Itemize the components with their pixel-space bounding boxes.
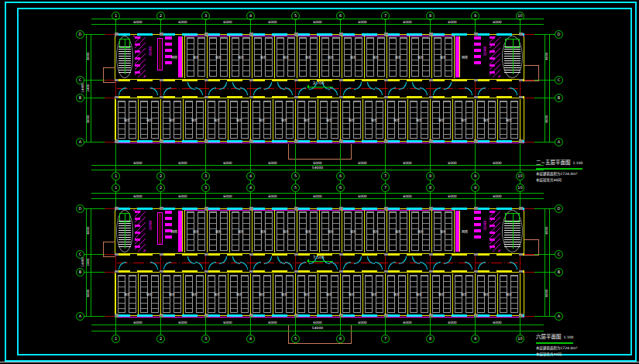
dorm-room: 宿舍 — [207, 210, 229, 252]
dorm-room: 宿舍 — [115, 273, 138, 314]
room-label: 宿舍 — [184, 118, 205, 122]
toilet-stalls — [490, 211, 500, 252]
room-label: 宿舍 — [408, 118, 430, 122]
dorm-room: 宿舍 — [228, 273, 250, 314]
washroom-label: 盥洗间 — [147, 221, 152, 230]
dorm-room: 宿舍 — [160, 99, 183, 140]
dim-line — [91, 19, 544, 19]
entrance-porch-center — [288, 144, 352, 160]
dim-text: 6000 — [340, 20, 385, 24]
room-label: 宿舍 — [431, 118, 452, 122]
dorm-room: 宿舍 — [297, 36, 319, 78]
dorm-room: 宿舍 — [273, 273, 295, 314]
room-label: 宿舍 — [365, 55, 386, 60]
room-label: 宿舍 — [273, 292, 295, 297]
room-label: 宿舍 — [453, 292, 475, 297]
dim-text: 6000 — [295, 194, 340, 198]
dim-text: 6000 — [115, 20, 160, 24]
dorm-room: 宿舍 — [295, 99, 318, 140]
room-label: 宿舍 — [342, 229, 364, 234]
grid-bubble: D — [555, 30, 563, 39]
dorm-rooms-north: 宿舍 宿舍 宿舍 宿舍 宿舍 宿舍 宿舍 宿舍 — [184, 210, 455, 252]
cad-canvas[interactable]: { "colors":{"border":"#00e5ff","grid_gre… — [0, 0, 639, 364]
plan-title: 六层平面图 — [536, 334, 562, 340]
room-label: 宿舍 — [342, 55, 364, 60]
dorm-room: 宿舍 — [386, 210, 409, 252]
room-label: 宿舍 — [432, 229, 454, 234]
plan-scale: 1:100 — [564, 335, 574, 339]
dorm-room: 宿舍 — [250, 99, 273, 140]
duct-shaft — [178, 36, 183, 77]
grid-bubble: 5 — [291, 184, 300, 192]
floor-plan-upper: 12345678910 6000600060006000600060006000… — [0, 0, 639, 186]
dorm-room: 宿舍 — [207, 36, 229, 78]
room-label: 宿舍 — [363, 118, 385, 122]
washroom-right: 厕所 盥洗间 — [454, 210, 502, 252]
dim-line — [91, 331, 544, 331]
dim-text: 6000 — [160, 194, 205, 198]
toilet-fixtures — [474, 211, 481, 242]
room-label: 宿舍 — [410, 55, 431, 60]
room-label: 宿舍 — [275, 55, 297, 60]
title-block-lower: 六层平面图1:100 本层建筑面积为1724.0m² 本层宿舍共44间 — [536, 327, 633, 356]
room-label: 宿舍 — [453, 118, 475, 122]
room-label: 宿舍 — [297, 55, 319, 60]
room-label: 宿舍 — [320, 55, 342, 60]
room-label: 宿舍 — [318, 118, 340, 122]
room-label: 宿舍 — [230, 55, 252, 60]
room-label: 宿舍 — [116, 292, 138, 297]
overall-dimension: 54000 — [91, 326, 544, 330]
dorm-room: 宿舍 — [430, 99, 452, 140]
dorm-room: 宿舍 — [295, 273, 318, 314]
dim-text: 6000 — [545, 52, 548, 60]
entrance-porch-left — [103, 67, 115, 83]
grid-bubble: 7 — [381, 335, 390, 343]
corridor-wall-south — [115, 270, 524, 273]
dim-line — [91, 170, 544, 170]
dim-text: 6000 — [385, 194, 430, 198]
dim-text: 2400 — [86, 258, 90, 266]
room-label: 宿舍 — [498, 292, 520, 297]
room-label: 宿舍 — [432, 55, 454, 60]
dorm-room: 宿舍 — [319, 210, 342, 252]
washroom-label: 厕所 — [171, 229, 177, 234]
level-marker: 2.700 — [308, 81, 336, 89]
room-label: 宿舍 — [185, 229, 207, 234]
dorm-room: 宿舍 — [385, 273, 407, 314]
toilet-stalls — [135, 36, 146, 77]
room-label: 宿舍 — [410, 229, 431, 234]
dorm-room: 宿舍 — [252, 210, 274, 252]
room-label: 宿舍 — [341, 118, 362, 122]
dim-text: 6000 — [250, 20, 295, 24]
room-label: 宿舍 — [431, 292, 452, 297]
washroom-label: 盥洗间 — [482, 221, 486, 230]
dim-line — [91, 193, 544, 194]
room-label: 宿舍 — [275, 229, 297, 234]
room-label: 宿舍 — [297, 229, 319, 234]
dorm-room: 宿舍 — [318, 273, 340, 314]
room-label: 宿舍 — [387, 229, 409, 234]
room-label: 宿舍 — [253, 55, 274, 60]
dorm-room: 宿舍 — [250, 273, 273, 314]
dorm-room: 宿舍 — [364, 210, 386, 252]
dim-text: 6000 — [475, 20, 520, 24]
dim-text: 6000 — [250, 194, 295, 198]
dorm-room: 宿舍 — [297, 210, 319, 252]
dorm-room: 宿舍 — [274, 36, 297, 78]
dim-text: 6000 — [86, 52, 90, 60]
room-label: 宿舍 — [320, 229, 342, 234]
room-label: 宿舍 — [161, 292, 183, 297]
toilet-stalls — [135, 211, 146, 252]
room-label: 宿舍 — [273, 118, 295, 122]
dim-text: 6000 — [205, 20, 250, 24]
window-bottom-edge — [0, 362, 639, 362]
washroom-left: 盥洗间 厕所 — [135, 36, 184, 78]
dorm-room: 宿舍 — [319, 36, 342, 78]
dorm-rooms-north: 宿舍 宿舍 宿舍 宿舍 宿舍 宿舍 宿舍 宿舍 — [184, 36, 455, 78]
toilet-fixtures — [165, 211, 172, 242]
washroom-label: 厕所 — [462, 229, 468, 234]
room-label: 宿舍 — [206, 292, 228, 297]
wash-trough — [157, 38, 163, 70]
washroom-right: 厕所 盥洗间 — [454, 36, 502, 78]
grid-bubble: 4 — [246, 335, 255, 343]
